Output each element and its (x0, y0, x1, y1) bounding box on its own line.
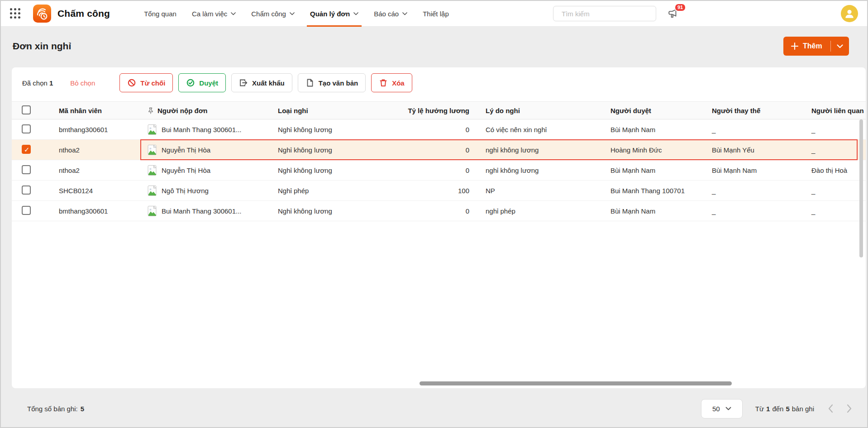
broken-image-icon (148, 124, 157, 135)
cell-approver: Bui Manh Thang 100701 (609, 187, 710, 195)
footer: Tổng số bản ghi:5 50 Từ1đến5bản ghi (1, 388, 867, 428)
row-checkbox[interactable] (22, 185, 31, 195)
cell-leave-type: Nghỉ không lương (274, 166, 389, 174)
topbar: Chấm công Tổng quan Ca làm việc Chấm côn… (1, 1, 867, 27)
pin-icon (148, 107, 154, 114)
approve-button[interactable]: Duyệt (178, 73, 226, 92)
cell-employee-code: nthoa2 (48, 166, 140, 174)
cell-replacement: Bùi Mạnh Nam (710, 166, 810, 174)
col-leave-type[interactable]: Loại nghỉ (274, 107, 389, 114)
table-row[interactable]: bmthang300601 Bui Manh Thang 300601... N… (12, 201, 866, 221)
add-button-label: Thêm (803, 42, 822, 50)
col-employee-code[interactable]: Mã nhân viên (48, 107, 140, 114)
toolbar: Đã chọn1 Bỏ chọn Từ chối Duyệt Xuất khẩu (12, 73, 866, 92)
col-submitter[interactable]: Người nộp đơn (140, 107, 274, 114)
cell-employee-code: SHCB0124 (48, 187, 140, 195)
export-button[interactable]: Xuất khẩu (231, 73, 292, 92)
app-window: Chấm công Tổng quan Ca làm việc Chấm côn… (0, 0, 868, 428)
reject-button[interactable]: Từ chối (119, 73, 173, 92)
page-title: Đơn xin nghỉ (13, 41, 71, 52)
cell-submitter: Nguyễn Thị Hòa (140, 144, 274, 156)
col-related[interactable]: Người liên quan (810, 107, 866, 114)
selected-count-label: Đã chọn1 (22, 79, 53, 87)
action-buttons: Từ chối Duyệt Xuất khẩu Tạo văn bản Xóa (119, 73, 412, 92)
cell-salary-rate: 0 (389, 207, 475, 215)
total-records-label: Tổng số bản ghi:5 (27, 405, 84, 413)
cell-salary-rate: 100 (389, 187, 475, 195)
table-row[interactable]: nthoa2 Nguyễn Thị Hòa Nghỉ không lương 0… (12, 160, 866, 181)
vertical-scrollbar[interactable] (859, 119, 863, 257)
nav-item[interactable]: Quản lý đơn (302, 1, 366, 27)
search-box (553, 6, 656, 21)
table-row[interactable]: nthoa2 Nguyễn Thị Hòa Nghỉ không lương 0… (12, 140, 866, 160)
user-avatar[interactable] (841, 5, 858, 22)
chevron-down-icon (353, 12, 358, 15)
cell-leave-type: Nghỉ không lương (274, 146, 389, 154)
cell-leave-type: Nghỉ không lương (274, 126, 389, 133)
cell-reason: nghỉ không lương (475, 146, 609, 154)
export-icon (239, 78, 248, 87)
chevron-right-icon (847, 404, 852, 413)
create-document-button[interactable]: Tạo văn bản (298, 73, 366, 92)
add-dropdown-button[interactable] (831, 37, 849, 56)
horizontal-scrollbar[interactable] (420, 381, 732, 385)
broken-image-icon (148, 165, 157, 176)
row-checkbox[interactable] (22, 124, 31, 133)
cell-related: _ (810, 187, 866, 195)
add-button[interactable]: Thêm (783, 37, 849, 56)
cell-submitter: Ngô Thị Hương (140, 185, 274, 196)
prev-page-button[interactable] (828, 404, 833, 413)
table-row[interactable]: SHCB0124 Ngô Thị Hương Nghỉ phép 100 NP … (12, 181, 866, 201)
app-logo-icon (33, 5, 51, 23)
chevron-down-icon (725, 407, 731, 410)
page-size-select[interactable]: 50 (701, 399, 743, 418)
cell-reason: nghỉ phép (475, 207, 609, 215)
row-checkbox[interactable] (22, 165, 31, 174)
nav-item[interactable]: Ca làm việc (184, 1, 243, 27)
select-all-checkbox[interactable] (22, 105, 31, 114)
record-range-label: Từ1đến5bản ghi (755, 405, 814, 413)
cell-submitter: Bui Manh Thang 300601... (140, 205, 274, 217)
main-nav: Tổng quan Ca làm việc Chấm công Quản lý … (136, 1, 457, 27)
trash-icon (379, 78, 388, 87)
broken-image-icon (148, 185, 157, 196)
chevron-down-icon (290, 12, 295, 15)
cell-approver: Bùi Mạnh Nam (609, 166, 710, 174)
chevron-left-icon (828, 404, 833, 413)
pagination: 50 Từ1đến5bản ghi (701, 399, 852, 418)
table-header: Mã nhân viên Người nộp đơn Loại nghỉ Tỷ … (12, 101, 866, 119)
row-checkbox[interactable] (22, 206, 31, 215)
cell-employee-code: bmthang300601 (48, 126, 140, 133)
leave-request-panel: Đã chọn1 Bỏ chọn Từ chối Duyệt Xuất khẩu (12, 67, 866, 388)
next-page-button[interactable] (847, 404, 852, 413)
cell-replacement: _ (710, 187, 810, 195)
page-head: Đơn xin nghỉ Thêm (1, 27, 867, 67)
row-checkbox[interactable] (22, 145, 31, 154)
nav-item[interactable]: Báo cáo (366, 1, 415, 27)
table-row[interactable]: bmthang300601 Bui Manh Thang 300601... N… (12, 119, 866, 140)
col-reason[interactable]: Lý do nghỉ (475, 107, 609, 114)
cell-employee-code: nthoa2 (48, 146, 140, 154)
cell-approver: Hoàng Minh Đức (609, 146, 710, 154)
delete-button[interactable]: Xóa (371, 73, 412, 92)
cell-reason: Có việc nên xin nghỉ (475, 126, 609, 133)
cell-employee-code: bmthang300601 (48, 207, 140, 215)
cell-replacement: _ (710, 126, 810, 133)
cell-approver: Bùi Mạnh Nam (609, 126, 710, 133)
cell-salary-rate: 0 (389, 166, 475, 174)
notification-button[interactable]: 91 (665, 5, 682, 22)
apps-grid-icon[interactable] (10, 8, 21, 19)
nav-item[interactable]: Chấm công (243, 1, 302, 27)
cell-related: _ (810, 126, 866, 133)
clear-selection-button[interactable]: Bỏ chọn (70, 79, 95, 87)
cell-salary-rate: 0 (389, 126, 475, 133)
cell-leave-type: Nghỉ phép (274, 187, 389, 195)
nav-item[interactable]: Thiết lập (415, 1, 457, 27)
plus-icon (791, 42, 799, 50)
col-salary-rate[interactable]: Tỷ lệ hưởng lương (389, 107, 475, 114)
nav-item[interactable]: Tổng quan (136, 1, 184, 27)
col-approver[interactable]: Người duyệt (609, 107, 710, 114)
cell-submitter: Bui Manh Thang 300601... (140, 124, 274, 135)
search-input[interactable] (562, 10, 652, 18)
col-replacement[interactable]: Người thay thế (710, 107, 810, 114)
